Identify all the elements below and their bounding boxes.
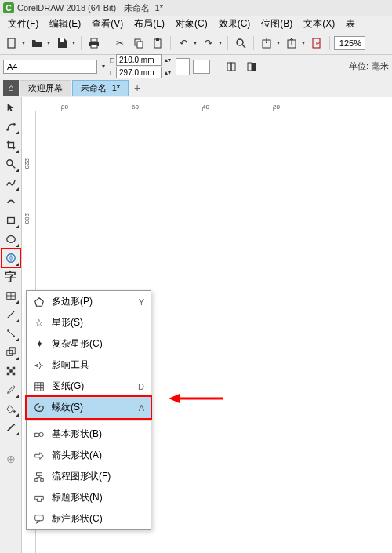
paper-size-select[interactable]: A4	[3, 60, 97, 74]
crop-tool[interactable]	[2, 136, 20, 154]
flyout-callout-shapes[interactable]: 标注形状(C)	[27, 508, 151, 529]
page-layout-icon-2[interactable]	[243, 58, 260, 75]
eyedropper-tool[interactable]	[2, 381, 20, 398]
flyout-label: 影响工具	[52, 358, 138, 372]
shape-tool[interactable]	[2, 118, 20, 135]
flyout-basic-shapes[interactable]: 基本形状(B)	[27, 424, 151, 445]
svg-point-46	[39, 432, 43, 436]
page-layout-icon-1[interactable]	[223, 58, 240, 75]
ruler-horizontal[interactable]: 80 60 40 20	[22, 97, 392, 111]
new-button[interactable]	[3, 35, 20, 52]
add-tool[interactable]: ⊕	[2, 450, 20, 468]
menu-view[interactable]: 查看(V)	[87, 16, 128, 32]
flyout-label: 螺纹(S)	[52, 401, 132, 414]
open-button[interactable]	[28, 35, 45, 52]
text-tool[interactable]: 字	[2, 268, 20, 286]
outline-tool[interactable]	[2, 419, 20, 436]
portrait-button[interactable]	[176, 58, 190, 75]
import-button[interactable]	[258, 35, 275, 52]
search-button[interactable]	[232, 35, 249, 52]
publish-button[interactable]: P	[308, 35, 325, 52]
width-spinner[interactable]: ▴▾	[163, 56, 172, 64]
freehand-tool[interactable]	[2, 174, 20, 191]
tab-welcome[interactable]: 欢迎屏幕	[20, 80, 71, 96]
flyout-graph-paper[interactable]: 图纸(G) D	[27, 376, 151, 397]
transparency-tool[interactable]	[2, 362, 20, 380]
flyout-arrow-shapes[interactable]: 箭头形状(A)	[27, 445, 151, 466]
redo-button[interactable]: ↷	[200, 35, 217, 52]
export-dropdown[interactable]: ▾	[300, 39, 307, 46]
property-bar: A4 ▾ □ 210.0 mm ▴▾ □ 297.0 mm ▴▾ 单位: 毫米	[0, 55, 392, 78]
spiral-icon	[33, 402, 45, 414]
zoom-tool[interactable]	[2, 155, 20, 173]
new-dropdown[interactable]: ▾	[20, 39, 27, 46]
tab-add-button[interactable]: +	[129, 80, 145, 96]
landscape-button[interactable]	[193, 60, 210, 74]
undo-button[interactable]: ↶	[175, 35, 192, 52]
height-spinner[interactable]: ▴▾	[163, 69, 172, 76]
cut-button[interactable]: ✂	[111, 35, 129, 52]
flyout-star[interactable]: ☆ 星形(S)	[27, 312, 151, 333]
home-tab[interactable]: ⌂	[3, 80, 19, 96]
fill-tool[interactable]	[2, 400, 20, 417]
effects-tool[interactable]	[2, 344, 20, 361]
svg-point-19	[6, 129, 9, 131]
paper-dropdown[interactable]: ▾	[100, 63, 107, 70]
zoom-level-input[interactable]: 125%	[334, 36, 365, 50]
menu-table[interactable]: 表	[341, 16, 360, 32]
polygon-tool[interactable]	[2, 249, 20, 267]
arrow-shape-icon	[33, 449, 45, 462]
svg-point-20	[13, 123, 16, 126]
print-button[interactable]	[85, 35, 103, 52]
menu-text[interactable]: 文本(X)	[299, 16, 339, 32]
menu-effect[interactable]: 效果(C)	[214, 16, 256, 32]
svg-rect-18	[252, 63, 256, 71]
page-height-input[interactable]: 297.0 mm	[116, 67, 162, 78]
page-width-input[interactable]: 210.0 mm	[116, 54, 162, 66]
tab-document[interactable]: 未命名 -1*	[72, 80, 129, 96]
unit-select[interactable]: 毫米	[372, 60, 389, 72]
flyout-polygon[interactable]: 多边形(P) Y	[27, 291, 151, 312]
menu-object[interactable]: 对象(C)	[171, 16, 212, 32]
ruler-tick: 60	[132, 104, 139, 111]
artistic-media-tool[interactable]	[2, 193, 20, 210]
menu-edit[interactable]: 编辑(E)	[45, 16, 85, 32]
flyout-spiral[interactable]: 螺纹(S) A	[27, 397, 151, 418]
redo-dropdown[interactable]: ▾	[217, 39, 223, 46]
flyout-label: 复杂星形(C)	[52, 337, 138, 351]
flyout-complex-star[interactable]: ✦ 复杂星形(C)	[27, 333, 151, 355]
document-tabs: ⌂ 欢迎屏幕 未命名 -1* +	[0, 78, 392, 97]
copy-button[interactable]	[130, 35, 147, 52]
flyout-flowchart-shapes[interactable]: 流程图形状(F)	[27, 466, 151, 487]
connector-tool[interactable]	[2, 325, 20, 342]
flyout-impact[interactable]: 影响工具	[27, 355, 151, 376]
export-button[interactable]	[283, 35, 300, 52]
svg-line-28	[7, 311, 14, 318]
svg-rect-47	[37, 472, 42, 475]
open-dropdown[interactable]: ▾	[45, 39, 52, 46]
flyout-label: 流程图形状(F)	[52, 470, 144, 483]
ellipse-tool[interactable]	[2, 231, 20, 248]
dimension-tool[interactable]	[2, 306, 20, 323]
pick-tool[interactable]	[2, 99, 20, 116]
rectangle-tool[interactable]	[2, 212, 20, 229]
ruler-tick: 20	[273, 104, 280, 111]
ruler-tick: 80	[61, 104, 68, 111]
flyout-banner-shapes[interactable]: 标题形状(N)	[27, 487, 151, 508]
table-tool[interactable]	[2, 287, 20, 304]
star-icon: ☆	[33, 317, 45, 329]
menu-layout[interactable]: 布局(L)	[129, 16, 169, 32]
svg-rect-16	[231, 63, 235, 71]
svg-rect-17	[248, 63, 252, 71]
save-button[interactable]	[53, 35, 71, 52]
undo-dropdown[interactable]: ▾	[192, 39, 198, 46]
ruler-tick: 220	[24, 158, 31, 169]
svg-rect-2	[91, 38, 97, 42]
menu-bitmap[interactable]: 位图(B)	[256, 16, 297, 32]
menu-file[interactable]: 文件(F)	[3, 16, 43, 32]
flyout-label: 箭头形状(A)	[52, 449, 144, 462]
paste-button[interactable]	[149, 35, 166, 52]
import-dropdown[interactable]: ▾	[275, 39, 281, 46]
save-dropdown[interactable]: ▾	[71, 39, 77, 46]
svg-rect-38	[12, 373, 15, 376]
